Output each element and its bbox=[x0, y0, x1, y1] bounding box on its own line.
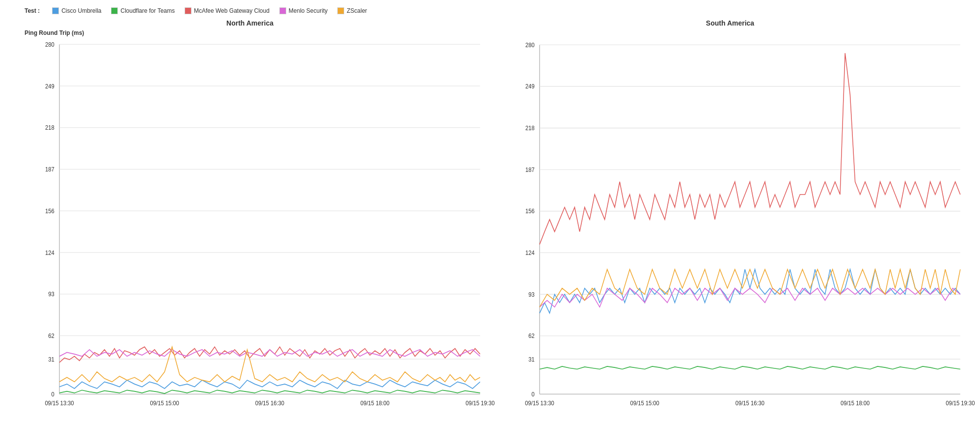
svg-text:124: 124 bbox=[45, 249, 54, 256]
svg-text:249: 249 bbox=[525, 83, 535, 90]
legend-item-cloudflare: Cloudflare for Teams bbox=[111, 7, 175, 14]
south-america-title: South America bbox=[490, 17, 970, 27]
svg-text:09/15 16:30: 09/15 16:30 bbox=[255, 399, 285, 407]
svg-text:31: 31 bbox=[528, 356, 534, 363]
north-america-title: North America bbox=[10, 17, 490, 27]
svg-text:09/15 19:30: 09/15 19:30 bbox=[946, 399, 975, 407]
svg-text:0: 0 bbox=[52, 391, 55, 398]
svg-text:187: 187 bbox=[45, 166, 54, 173]
zscaler-label: ZScaler bbox=[347, 7, 367, 14]
svg-text:09/15 16:30: 09/15 16:30 bbox=[735, 399, 765, 407]
svg-text:93: 93 bbox=[48, 291, 54, 298]
svg-text:09/15 13:30: 09/15 13:30 bbox=[525, 399, 554, 407]
svg-text:218: 218 bbox=[525, 125, 535, 132]
svg-text:09/15 15:00: 09/15 15:00 bbox=[150, 399, 180, 407]
svg-text:156: 156 bbox=[45, 207, 54, 215]
cisco-line-na bbox=[59, 380, 480, 389]
svg-text:93: 93 bbox=[528, 291, 535, 298]
south-america-section: South America 280 249 218 187 bbox=[490, 17, 970, 442]
zscaler-color bbox=[337, 7, 344, 14]
svg-text:09/15 15:00: 09/15 15:00 bbox=[630, 399, 660, 407]
cloudflare-color bbox=[111, 7, 118, 14]
svg-text:09/15 18:00: 09/15 18:00 bbox=[841, 399, 870, 407]
main-container: Test : Cisco Umbrella Cloudflare for Tea… bbox=[0, 0, 980, 447]
svg-text:280: 280 bbox=[45, 41, 54, 48]
menlo-color bbox=[279, 7, 286, 14]
svg-text:0: 0 bbox=[532, 391, 535, 398]
svg-text:156: 156 bbox=[525, 208, 535, 215]
cisco-color bbox=[52, 7, 59, 14]
cloudflare-line-na bbox=[59, 390, 480, 393]
mcafee-line-sa bbox=[540, 53, 960, 244]
svg-text:249: 249 bbox=[45, 83, 54, 90]
legend-row: Test : Cisco Umbrella Cloudflare for Tea… bbox=[10, 5, 970, 17]
svg-text:09/15 13:30: 09/15 13:30 bbox=[45, 399, 74, 407]
menlo-label: Menlo Security bbox=[289, 7, 327, 14]
mcafee-color bbox=[185, 7, 191, 14]
svg-text:31: 31 bbox=[48, 356, 54, 363]
north-america-chart-area: 280 249 218 187 156 124 bbox=[10, 39, 490, 442]
legend-item-zscaler: ZScaler bbox=[337, 7, 367, 14]
legend-item-mcafee: McAfee Web Gateway Cloud bbox=[185, 7, 270, 14]
mcafee-label: McAfee Web Gateway Cloud bbox=[194, 7, 270, 14]
legend-item-menlo: Menlo Security bbox=[279, 7, 327, 14]
cisco-label: Cisco Umbrella bbox=[61, 7, 101, 14]
svg-text:280: 280 bbox=[525, 41, 535, 49]
svg-text:09/15 18:00: 09/15 18:00 bbox=[360, 399, 390, 407]
legend-prefix: Test : bbox=[25, 7, 40, 14]
cisco-line-sa bbox=[540, 269, 960, 313]
cloudflare-label: Cloudflare for Teams bbox=[120, 7, 175, 14]
svg-text:187: 187 bbox=[525, 166, 535, 173]
legend-item-cisco: Cisco Umbrella bbox=[52, 7, 101, 14]
north-america-section: North America Ping Round Trip (ms) 280 2… bbox=[10, 17, 490, 442]
svg-text:218: 218 bbox=[45, 124, 54, 132]
north-america-svg: 280 249 218 187 156 124 bbox=[34, 39, 485, 427]
svg-text:62: 62 bbox=[528, 333, 534, 340]
south-america-svg: 280 249 218 187 156 124 93 62 31 bbox=[515, 39, 965, 427]
charts-row: North America Ping Round Trip (ms) 280 2… bbox=[10, 17, 970, 442]
south-america-chart-area: 280 249 218 187 156 124 93 62 31 bbox=[490, 39, 970, 442]
y-axis-label-left: Ping Round Trip (ms) bbox=[10, 29, 490, 36]
svg-text:62: 62 bbox=[48, 333, 54, 340]
svg-text:124: 124 bbox=[525, 249, 535, 256]
cloudflare-line-sa bbox=[540, 366, 960, 369]
